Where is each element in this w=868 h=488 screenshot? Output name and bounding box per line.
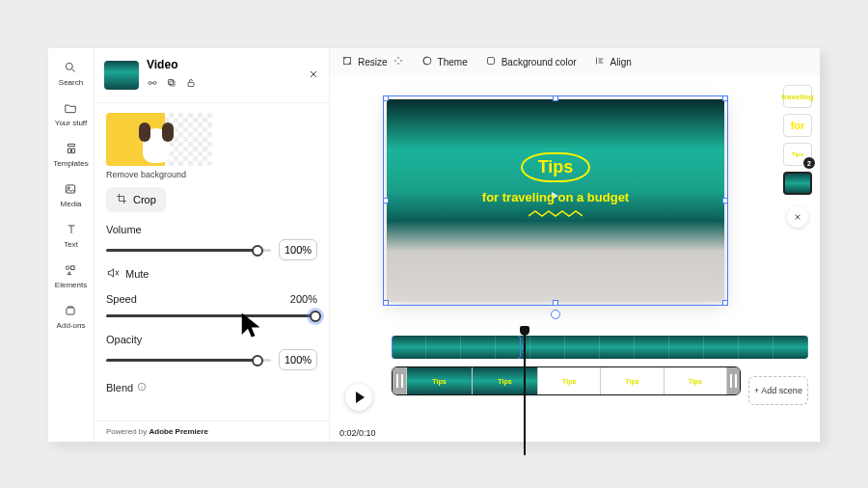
title-word: Tips [521, 152, 591, 182]
resize-button[interactable]: Resize [341, 55, 404, 68]
nav-label: Search [59, 78, 83, 87]
nav-templates[interactable]: Templates [53, 141, 88, 168]
time-display: 0:02/0:10 [339, 428, 376, 438]
nav-label: Media [61, 200, 82, 208]
layer-thumb[interactable]: traveling [783, 85, 812, 108]
add-scene-button[interactable]: + Add scene [748, 376, 808, 405]
sparkle-icon [393, 55, 404, 68]
theme-label: Theme [438, 57, 468, 68]
mouse-cursor-icon [238, 311, 267, 343]
scene-thumb[interactable]: Tips [472, 367, 537, 394]
layer-thumb[interactable]: for [783, 114, 812, 137]
layer-thumb[interactable]: Tips2 [783, 143, 812, 166]
resize-handle[interactable] [553, 300, 558, 306]
nav-elements[interactable]: Elements [55, 262, 87, 289]
scene-thumb[interactable]: Tips [664, 367, 726, 394]
blend-row[interactable]: Blend [106, 382, 317, 393]
elements-icon [63, 262, 78, 278]
resize-handle[interactable] [722, 95, 728, 101]
svg-rect-10 [188, 83, 194, 87]
opacity-value[interactable]: 100% [279, 349, 317, 370]
nav-label: Add-ons [57, 321, 86, 330]
crop-button[interactable]: Crop [106, 187, 166, 212]
nav-label: Templates [53, 159, 88, 168]
subtitle-text: for traveling on a budget [387, 190, 724, 204]
nav-media[interactable]: Media [61, 181, 82, 208]
properties-panel: Video Remove background Crop Volume [95, 48, 330, 442]
svg-rect-8 [170, 81, 175, 86]
nav-your-stuff[interactable]: Your stuff [55, 100, 87, 127]
speed-value: 200% [290, 293, 317, 305]
resize-handle[interactable] [553, 95, 558, 101]
scene-grab-handle[interactable] [393, 367, 406, 394]
lock-icon[interactable] [185, 75, 197, 93]
video-on-canvas[interactable]: Tips for traveling on a budget [387, 99, 724, 302]
title-text-group[interactable]: Tips for traveling on a budget [387, 152, 724, 222]
layer-thumbnail-strip: traveling for Tips2 [783, 85, 812, 228]
scene-thumb[interactable]: Tips [406, 367, 472, 394]
scene-grab-handle[interactable] [726, 367, 740, 394]
mute-label: Mute [125, 268, 149, 280]
addons-icon [63, 303, 78, 318]
close-panel-button[interactable] [308, 67, 319, 84]
bgcolor-label: Background color [502, 57, 577, 68]
opacity-label: Opacity [106, 334, 142, 345]
video-track[interactable] [392, 336, 808, 359]
close-layer-strip-button[interactable] [787, 206, 808, 228]
nav-text[interactable]: Text [64, 222, 79, 249]
selected-clip-thumbnail [104, 61, 139, 90]
crop-label: Crop [133, 194, 156, 205]
svg-rect-4 [71, 266, 75, 270]
bgcolor-icon [485, 55, 497, 68]
powered-by: Powered by Adobe Premiere [95, 420, 329, 442]
timeline: 0:02/0:10 Tips Tips Tips Tips Tips + Add… [330, 326, 820, 442]
resize-label: Resize [358, 57, 388, 68]
selected-clip-range[interactable] [392, 336, 521, 359]
powered-name: Adobe Premiere [149, 427, 207, 436]
layer-thumb-selected[interactable] [783, 172, 812, 195]
svg-rect-5 [67, 308, 74, 314]
remove-bg-label[interactable]: Remove background [106, 170, 317, 179]
remove-background-section: Remove background [106, 113, 317, 179]
volume-slider[interactable] [106, 243, 271, 257]
svg-rect-9 [169, 80, 174, 85]
templates-icon [64, 141, 79, 156]
play-button[interactable] [345, 384, 372, 411]
volume-value[interactable]: 100% [279, 239, 317, 260]
theme-button[interactable]: Theme [421, 55, 468, 68]
remove-bg-preview [106, 113, 212, 166]
badge-count: 2 [803, 157, 815, 169]
svg-point-0 [67, 63, 73, 69]
nav-addons[interactable]: Add-ons [57, 303, 86, 330]
scene-thumb[interactable]: Tips [600, 367, 663, 394]
canvas[interactable]: Tips for traveling on a budget traveling… [330, 75, 820, 326]
svg-point-2 [68, 187, 70, 189]
resize-handle[interactable] [383, 95, 389, 101]
resize-handle[interactable] [383, 300, 389, 306]
opacity-slider[interactable] [106, 353, 271, 366]
background-color-button[interactable]: Background color [485, 55, 577, 68]
panel-title: Video [147, 58, 300, 71]
scenes-track[interactable]: Tips Tips Tips Tips Tips [392, 366, 741, 395]
speed-slider[interactable] [106, 309, 317, 322]
svg-point-3 [67, 266, 70, 270]
rotate-handle[interactable] [551, 310, 560, 319]
blend-label: Blend [106, 382, 133, 393]
mute-toggle[interactable]: Mute [106, 266, 317, 282]
media-icon [63, 181, 78, 197]
svg-point-7 [153, 82, 156, 85]
tracks: Tips Tips Tips Tips Tips + Add scene [392, 336, 808, 403]
nav-label: Text [64, 240, 78, 249]
resize-icon [341, 55, 353, 68]
align-button[interactable]: Align [594, 55, 632, 68]
info-icon [137, 382, 147, 393]
align-icon [594, 55, 606, 68]
svg-rect-1 [67, 185, 75, 193]
scene-thumb[interactable]: Tips [537, 367, 600, 394]
folder-icon [63, 100, 78, 116]
duplicate-icon[interactable] [166, 75, 177, 93]
nav-search[interactable]: Search [59, 60, 83, 87]
resize-handle[interactable] [722, 300, 728, 306]
link-icon[interactable] [147, 75, 158, 93]
volume-label: Volume [106, 224, 142, 235]
